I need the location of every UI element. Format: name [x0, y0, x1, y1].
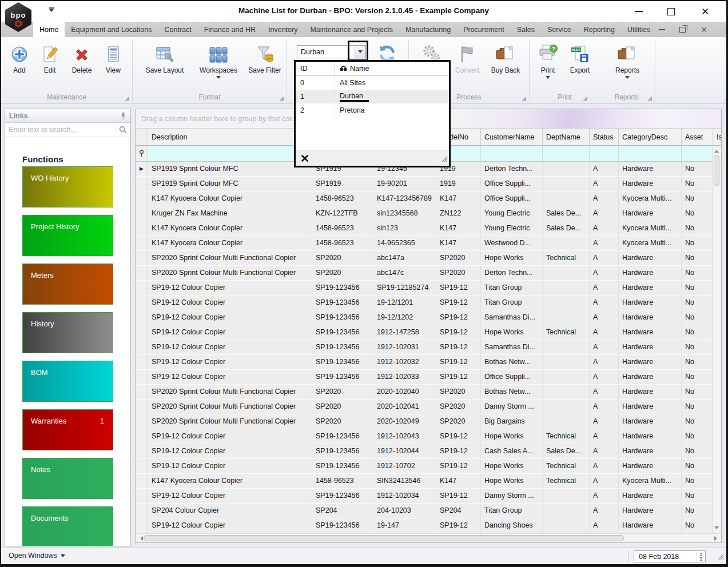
- date-editor[interactable]: [634, 550, 706, 562]
- cell-status[interactable]: A: [590, 162, 619, 177]
- cell-modelno[interactable]: SP19-12: [436, 310, 481, 325]
- cell-partno[interactable]: SP19-123456: [312, 355, 373, 370]
- cell-customername[interactable]: Dancing Shoes: [481, 518, 543, 533]
- cell-deptname[interactable]: [543, 489, 590, 504]
- cell-description[interactable]: Kruger ZN Fax Machine: [148, 206, 312, 221]
- cell-partno[interactable]: KZN-122TFB: [312, 206, 373, 221]
- cell-serialno[interactable]: 204-10203: [373, 504, 436, 518]
- cell-description[interactable]: SP2020 Sprint Colour Multi Functional Co…: [148, 251, 312, 266]
- cell-serialno[interactable]: SIN32413546: [373, 474, 436, 489]
- function-button[interactable]: Documents: [22, 506, 113, 546]
- cell-categorydesc[interactable]: Hardware: [619, 340, 682, 355]
- reports-button[interactable]: Reports: [610, 42, 645, 90]
- cell-customername[interactable]: Samanthas Di...: [481, 310, 543, 325]
- cell-customername[interactable]: Samanthas Di...: [481, 340, 543, 355]
- cell-description[interactable]: SP19-12 Colour Copier: [148, 281, 312, 296]
- cell-deptname[interactable]: Sales De...: [543, 206, 590, 221]
- cell-status[interactable]: A: [590, 518, 619, 533]
- column-header-asset[interactable]: Asset: [682, 129, 713, 146]
- cell-status[interactable]: A: [590, 370, 619, 385]
- site-option-row[interactable]: 1 Durban: [296, 90, 449, 103]
- machine-row[interactable]: Kruger ZN Fax Machine KZN-122TFB sin1234…: [136, 206, 721, 221]
- cell-customername[interactable]: Office Suppli...: [481, 370, 543, 385]
- cell-asset[interactable]: No: [682, 325, 713, 340]
- print-button[interactable]: ? Print: [534, 42, 562, 90]
- view-button[interactable]: View: [100, 42, 127, 90]
- cell-categorydesc[interactable]: Hardware: [619, 414, 682, 429]
- cell-partno[interactable]: SP2020: [312, 400, 373, 414]
- cell-modelno[interactable]: SP19-12: [436, 325, 481, 340]
- cell-customername[interactable]: Titan Group: [481, 281, 543, 296]
- cell-status[interactable]: A: [590, 266, 619, 281]
- cell-deptname[interactable]: [543, 177, 590, 191]
- mdi-minimize-button[interactable]: [654, 22, 669, 37]
- function-button[interactable]: BOM: [22, 361, 113, 402]
- cell-modelno[interactable]: K147: [436, 236, 481, 251]
- cell-modelno[interactable]: SP2020: [436, 400, 481, 414]
- search-icon[interactable]: [119, 126, 127, 134]
- cell-asset[interactable]: No: [682, 474, 713, 489]
- cell-status[interactable]: A: [590, 191, 619, 206]
- cell-modelno[interactable]: SP2020: [436, 414, 481, 429]
- cell-deptname[interactable]: Technical: [543, 429, 590, 444]
- function-button[interactable]: Warranties 1: [22, 409, 113, 450]
- open-windows-button[interactable]: Open Windows: [9, 552, 65, 560]
- edit-button[interactable]: Edit: [35, 42, 64, 90]
- cell-asset[interactable]: No: [682, 310, 713, 325]
- cell-modelno[interactable]: SP19-12: [436, 429, 481, 444]
- cell-description[interactable]: K147 Kyocera Colour Copier: [148, 474, 312, 489]
- combobox-dropdown-button[interactable]: [355, 46, 365, 58]
- cell-status[interactable]: A: [590, 400, 619, 414]
- cell-deptname[interactable]: [543, 266, 590, 281]
- cell-categorydesc[interactable]: Hardware: [619, 444, 682, 459]
- scroll-right-button[interactable]: [712, 534, 721, 543]
- cell-description[interactable]: SP1919 Sprint Colour MFC: [148, 177, 312, 191]
- cell-modelno[interactable]: 1919: [436, 177, 481, 191]
- cell-asset[interactable]: No: [682, 385, 713, 400]
- cell-serialno[interactable]: 19-147: [373, 518, 436, 533]
- cell-categorydesc[interactable]: Hardware: [619, 429, 682, 444]
- scroll-up-button[interactable]: [713, 146, 721, 154]
- cell-deptname[interactable]: Sales De...: [543, 444, 590, 459]
- cell-customername[interactable]: Danny Storm ...: [481, 489, 543, 504]
- cell-status[interactable]: A: [590, 459, 619, 474]
- cell-modelno[interactable]: K147: [436, 221, 481, 236]
- ribbon-tab[interactable]: Manufacturing: [399, 22, 457, 37]
- machine-row[interactable]: K147 Kyocera Colour Copier 1458-96523 SI…: [136, 474, 721, 489]
- cell-categorydesc[interactable]: Hardware: [619, 459, 682, 474]
- cell-deptname[interactable]: Sales De...: [543, 221, 590, 236]
- cell-customername[interactable]: Bothas Netw...: [481, 385, 543, 400]
- machine-row[interactable]: K147 Kyocera Colour Copier 1458-96523 14…: [136, 236, 721, 251]
- cell-modelno[interactable]: SP19-12: [436, 459, 481, 474]
- cell-description[interactable]: SP2020 Sprint Colour Multi Functional Co…: [148, 266, 312, 281]
- machine-row[interactable]: SP19-12 Colour Copier SP19-123456 19-147…: [136, 518, 721, 533]
- cell-categorydesc[interactable]: Hardware: [619, 489, 682, 504]
- cell-customername[interactable]: Hope Works: [481, 325, 543, 340]
- cell-description[interactable]: SP19-12 Colour Copier: [148, 355, 312, 370]
- grid-horizontal-scrollbar[interactable]: [136, 533, 721, 542]
- cell-status[interactable]: A: [590, 474, 619, 489]
- cell-categorydesc[interactable]: Kyocera Multi...: [619, 236, 682, 251]
- popup-name-column-header[interactable]: Name: [335, 62, 449, 75]
- save-layout-button[interactable]: Save Layout: [138, 42, 191, 90]
- machine-row[interactable]: K147 Kyocera Colour Copier 1458-96523 K1…: [136, 191, 721, 206]
- cell-asset[interactable]: No: [682, 370, 713, 385]
- cell-modelno[interactable]: SP19-12: [436, 281, 481, 296]
- cell-customername[interactable]: Titan Group: [481, 504, 543, 518]
- mdi-restore-button[interactable]: [675, 22, 690, 37]
- ribbon-tab[interactable]: Contract: [158, 22, 197, 37]
- cell-customername[interactable]: Hope Works: [481, 474, 543, 489]
- window-resize-grip[interactable]: [717, 552, 724, 562]
- cell-description[interactable]: SP19-12 Colour Copier: [148, 325, 312, 340]
- cell-customername[interactable]: Bothas Netw...: [481, 355, 543, 370]
- machine-row[interactable]: SP19-12 Colour Copier SP19-123456 1912-1…: [136, 429, 721, 444]
- cell-categorydesc[interactable]: Hardware: [619, 177, 682, 191]
- filter-cell[interactable]: [682, 146, 713, 162]
- machine-row[interactable]: SP204 Colour Copier SP204 204-10203 SP20…: [136, 504, 721, 518]
- cell-status[interactable]: A: [590, 310, 619, 325]
- cell-modelno[interactable]: SP19-12: [436, 489, 481, 504]
- cell-description[interactable]: K147 Kyocera Colour Copier: [148, 221, 312, 236]
- minimize-button[interactable]: [630, 6, 647, 17]
- search-input[interactable]: [9, 126, 119, 134]
- cell-deptname[interactable]: [543, 355, 590, 370]
